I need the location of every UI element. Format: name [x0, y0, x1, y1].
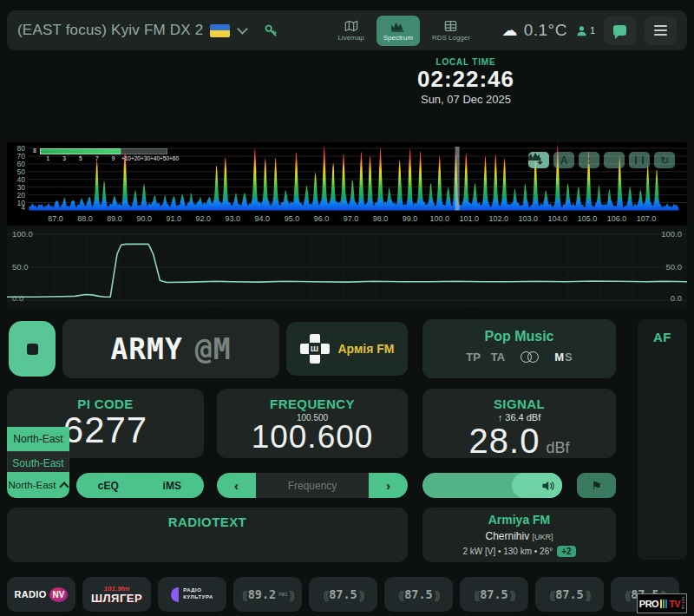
station-button-87-5-b[interactable]: ((87.5)): [384, 577, 453, 612]
af-panel: AF: [638, 319, 687, 560]
station-button-kultura[interactable]: РАДІОКУЛЬТУРА: [158, 577, 226, 612]
svg-text:104.0: 104.0: [548, 214, 568, 223]
scale-grey-bar: [121, 148, 167, 154]
protv-watermark: PRO TV NET.UA: [637, 593, 687, 613]
svg-text:95.0: 95.0: [285, 214, 300, 223]
scale-prefix: 8: [33, 148, 36, 154]
pause-button[interactable]: [629, 152, 650, 168]
clock-date: Sun, 07 Dec 2025: [417, 93, 514, 106]
frequency-logo: ((87.5)): [550, 587, 590, 601]
auto-letter-icon: A: [560, 155, 568, 166]
station-country: [UKR]: [533, 533, 553, 541]
server-title[interactable]: (EAST focus) Kyiv FM DX 2: [17, 22, 203, 39]
svg-text:101.0: 101.0: [459, 214, 479, 223]
fit-vertical-button[interactable]: ↕: [579, 152, 599, 168]
volume-slider[interactable]: [422, 473, 562, 498]
svg-text:92.0: 92.0: [195, 214, 211, 223]
frequency-value: 100.600: [217, 421, 408, 455]
chevron-down-icon[interactable]: [238, 23, 249, 35]
nav-livemap[interactable]: Livemap: [331, 16, 370, 46]
frequency-logo: ((87.5)): [475, 587, 514, 601]
svg-text:99.0: 99.0: [403, 214, 418, 223]
signal-panel: SIGNAL ↑ 36.4 dBf 28.0 dBf: [422, 389, 616, 458]
ps-extra-text: @M: [195, 332, 232, 366]
spectrum-graph[interactable]: 8070605040302010487.088.089.090.091.092.…: [7, 142, 687, 226]
nav-rds-logger[interactable]: RDS Logger: [425, 16, 477, 46]
admin-key-button[interactable]: [264, 23, 278, 38]
record-button[interactable]: [9, 321, 56, 377]
svg-text:105.0: 105.0: [578, 214, 598, 223]
svg-text:91.0: 91.0: [166, 214, 181, 223]
eq-button[interactable]: cEQ: [76, 473, 141, 498]
signal-axis-label: 100.0: [12, 229, 33, 239]
svg-text:96.0: 96.0: [314, 214, 330, 223]
svg-text:87.0: 87.0: [48, 214, 63, 223]
spectrum-hold-button[interactable]: [604, 152, 625, 168]
frequency-label: FREQUENCY: [217, 396, 408, 411]
refresh-button[interactable]: ↻: [654, 152, 675, 168]
program-type-panel: Pop Music TP TA MS: [422, 319, 616, 378]
station-info-panel: Armiya FM Chernihiv [UKR] 2 kW [V] • 130…: [422, 508, 616, 562]
listener-count: 1: [590, 25, 595, 36]
station-name: Armiya FM: [422, 513, 616, 527]
key-icon: [264, 23, 278, 38]
top-right-group: ☁ 0.1°C 1: [501, 16, 677, 45]
tx-count-badge[interactable]: +2: [557, 546, 575, 557]
station-button-shlyager[interactable]: 101.9fmШЛЯГЕР: [82, 577, 151, 612]
eq-ims-toggle: cEQ iMS: [76, 473, 204, 498]
svg-text:90.0: 90.0: [136, 214, 152, 223]
antenna-option-north-east[interactable]: North-East: [7, 427, 69, 451]
ukraine-flag-icon: [210, 24, 230, 37]
menu-button[interactable]: [645, 16, 677, 45]
svg-text:93.0: 93.0: [226, 214, 241, 223]
signal-axis-label: 50.0: [666, 262, 683, 272]
signal-unit: dBf: [546, 439, 569, 457]
svg-text:4: 4: [21, 203, 25, 212]
station-button-87-5-d[interactable]: ((87.5)): [535, 577, 604, 612]
frequency-input[interactable]: Frequency: [256, 473, 369, 498]
chat-button[interactable]: [604, 16, 636, 45]
ims-button[interactable]: iMS: [141, 473, 205, 498]
chevron-up-icon: [60, 482, 69, 491]
protv-color-bars: [660, 600, 667, 608]
frequency-tuner: ‹ Frequency ›: [217, 473, 408, 498]
ps-text: ARMY: [110, 332, 182, 366]
rds-flags: TP TA MS: [422, 351, 616, 364]
signal-axis-label: 100.0: [661, 229, 682, 239]
signal-axis-label: 0.0: [12, 293, 23, 303]
svg-text:107.0: 107.0: [637, 214, 657, 223]
nav-spectrum-label: Spectrum: [383, 34, 413, 42]
svg-text:100.0: 100.0: [429, 214, 449, 223]
nav-spectrum[interactable]: Spectrum: [376, 16, 420, 46]
tune-down-button[interactable]: ‹: [217, 473, 256, 498]
report-flag-button[interactable]: ⚑: [577, 473, 616, 498]
signal-scale-legend: 8 13579+10+20+30+40+50+60: [33, 148, 168, 161]
station-button-radio-nv[interactable]: RADIONV: [7, 577, 75, 612]
svg-text:89.0: 89.0: [107, 214, 122, 223]
volume-thumb[interactable]: [512, 473, 562, 498]
map-icon: [344, 20, 358, 32]
stop-icon: [27, 344, 38, 355]
spectrum-icon: [390, 20, 405, 32]
clock-time: 02:22:46: [417, 67, 514, 93]
temperature-value: 0.1°C: [524, 21, 567, 40]
radio-kultura-logo: РАДІОКУЛЬТУРА: [171, 587, 213, 602]
frequency-logo: ((87.5)): [399, 587, 439, 601]
refresh-icon: ↻: [660, 155, 669, 166]
auto-range-button[interactable]: A: [553, 152, 574, 168]
spectrum-hold-icon: [528, 152, 540, 161]
ta-flag: TA: [491, 351, 505, 364]
local-clock: LOCAL TIME 02:22:46 Sun, 07 Dec 2025: [417, 57, 514, 106]
antenna-select-button[interactable]: North-East: [7, 472, 69, 498]
station-logo-label: Армія FM: [338, 342, 395, 356]
station-button-87-5-c[interactable]: ((87.5)): [460, 577, 528, 612]
station-button-89-2[interactable]: ((89.2FM1)): [233, 577, 302, 612]
signal-history-graph: 100.050.00.0 100.050.00.0: [7, 227, 687, 307]
signal-label: SIGNAL: [422, 396, 616, 411]
radiotext-label: RADIOTEXT: [7, 514, 408, 529]
station-button-87-5-a[interactable]: ((87.5)): [309, 577, 377, 612]
tune-up-button[interactable]: ›: [369, 473, 408, 498]
af-label: AF: [638, 330, 687, 344]
frequency-panel: FREQUENCY 100.500 100.600: [217, 389, 408, 458]
station-logo-panel[interactable]: Ш Армія FM: [286, 322, 408, 376]
